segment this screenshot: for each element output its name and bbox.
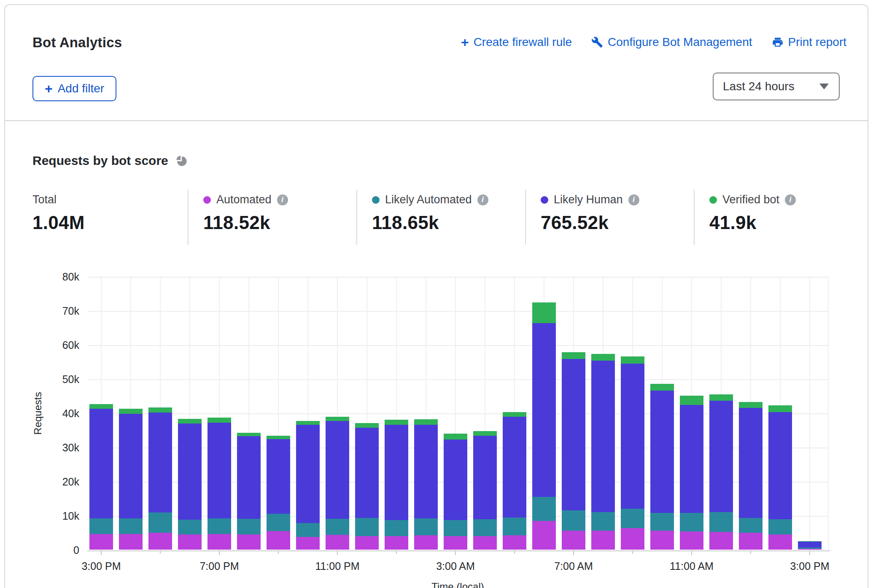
bar-segment-likely-human (148, 413, 172, 512)
x-axis-tick (809, 551, 810, 555)
bar-segment-automated (414, 535, 438, 550)
x-axis-tick-label: 7:00 PM (186, 560, 253, 572)
bar-segment-automated (444, 536, 467, 550)
bar-3:00 PM[interactable] (798, 541, 822, 550)
bar-segment-automated (207, 534, 231, 550)
bar-segment-likely-human (207, 423, 231, 519)
bar-segment-likely-automated (326, 519, 349, 535)
bar-segment-automated (355, 536, 379, 550)
bar-segment-automated (119, 534, 143, 550)
bar-3:00 AM[interactable] (444, 434, 467, 550)
bar-segment-likely-automated (267, 514, 290, 531)
bar-7:00 AM[interactable] (562, 352, 585, 550)
bar-segment-verified-bot (385, 420, 408, 425)
bar-4:00 PM[interactable] (119, 409, 143, 550)
bar-10:00 AM[interactable] (650, 384, 674, 550)
y-axis-tick-label: 60k (29, 339, 79, 351)
bar-segment-likely-automated (178, 520, 202, 535)
bot-analytics-card: Bot Analytics + Create firewall rule Con… (4, 4, 868, 588)
bar-segment-likely-human (532, 323, 556, 497)
bar-segment-verified-bot (444, 434, 467, 440)
bar-segment-likely-automated (414, 518, 438, 535)
bar-segment-automated (739, 533, 763, 550)
bar-segment-likely-human (739, 408, 763, 518)
bar-5:00 AM[interactable] (503, 412, 526, 550)
bar-segment-likely-human (503, 417, 526, 518)
bar-segment-likely-automated (532, 497, 556, 521)
bar-segment-automated (473, 536, 497, 550)
bar-segment-verified-bot (178, 419, 202, 423)
x-axis-tick (514, 551, 515, 554)
bar-10:00 PM[interactable] (296, 421, 320, 550)
requests-by-bot-score-chart: 010k20k30k40k50k60k70k80k3:00 PM7:00 PM1… (5, 5, 868, 588)
bar-segment-likely-human (798, 542, 822, 548)
bar-segment-verified-bot (503, 412, 526, 417)
bar-segment-automated (89, 534, 113, 550)
bar-segment-automated (798, 549, 822, 550)
bar-6:00 AM[interactable] (532, 302, 556, 550)
bar-segment-likely-human (768, 412, 792, 519)
bar-segment-likely-human (355, 428, 379, 518)
bar-segment-verified-bot (473, 431, 497, 436)
bar-1:00 PM[interactable] (739, 402, 763, 550)
y-gridline (87, 277, 828, 278)
bar-segment-likely-automated (355, 518, 379, 536)
bar-4:00 AM[interactable] (473, 431, 497, 550)
bar-segment-likely-human (89, 409, 113, 519)
bar-segment-likely-human (414, 425, 438, 518)
bar-segment-verified-bot (237, 433, 261, 436)
bar-segment-likely-human (267, 439, 290, 514)
y-gridline (87, 345, 828, 346)
bar-segment-likely-human (326, 421, 349, 519)
x-axis-tick (160, 551, 161, 554)
bar-6:00 PM[interactable] (178, 419, 202, 550)
bar-11:00 AM[interactable] (680, 396, 703, 550)
bar-7:00 PM[interactable] (207, 418, 231, 550)
bar-segment-likely-human (178, 423, 202, 520)
bar-2:00 AM[interactable] (414, 419, 438, 550)
bar-segment-automated (621, 528, 644, 550)
bar-segment-likely-automated (207, 518, 231, 534)
bar-segment-likely-automated (709, 512, 733, 532)
x-axis-tick (455, 551, 456, 555)
bar-12:00 AM[interactable] (355, 423, 379, 550)
bar-1:00 AM[interactable] (385, 420, 408, 550)
x-axis-tick (278, 551, 279, 554)
bar-2:00 PM[interactable] (768, 405, 792, 550)
bar-segment-automated (296, 537, 320, 550)
bar-12:00 PM[interactable] (709, 394, 733, 550)
bar-8:00 AM[interactable] (591, 354, 615, 550)
y-gridline (87, 311, 828, 312)
bar-segment-likely-automated (296, 523, 320, 537)
bar-segment-likely-automated (768, 519, 792, 534)
x-axis-tick (337, 551, 338, 555)
bar-segment-likely-human (709, 401, 733, 512)
x-axis-tick-label: 11:00 AM (658, 560, 725, 572)
x-gridline (809, 277, 810, 550)
x-axis-line (87, 550, 830, 551)
bar-segment-verified-bot (621, 356, 644, 363)
bar-segment-likely-automated (119, 518, 143, 534)
bar-segment-verified-bot (267, 436, 290, 439)
bar-segment-likely-human (473, 436, 497, 519)
x-axis-tick (750, 551, 751, 554)
bar-9:00 AM[interactable] (621, 356, 644, 550)
y-axis-title: Requests (32, 380, 44, 447)
bar-segment-verified-bot (355, 423, 379, 428)
bar-segment-automated (562, 531, 585, 550)
bar-5:00 PM[interactable] (148, 407, 172, 550)
bar-9:00 PM[interactable] (267, 436, 290, 550)
bar-segment-automated (267, 531, 290, 550)
y-axis-tick-label: 0 (29, 544, 79, 556)
bar-3:00 PM[interactable] (89, 404, 113, 550)
bar-11:00 PM[interactable] (326, 417, 349, 550)
bar-segment-likely-automated (621, 509, 644, 528)
x-axis-tick-label: 11:00 PM (304, 560, 371, 572)
x-axis-tick-label: 3:00 PM (67, 560, 135, 572)
bar-segment-automated (385, 536, 408, 550)
bar-8:00 PM[interactable] (237, 433, 261, 550)
bar-segment-verified-bot (709, 394, 733, 401)
bar-segment-likely-human (237, 436, 261, 519)
bar-segment-automated (709, 532, 733, 550)
bar-segment-verified-bot (650, 384, 674, 390)
